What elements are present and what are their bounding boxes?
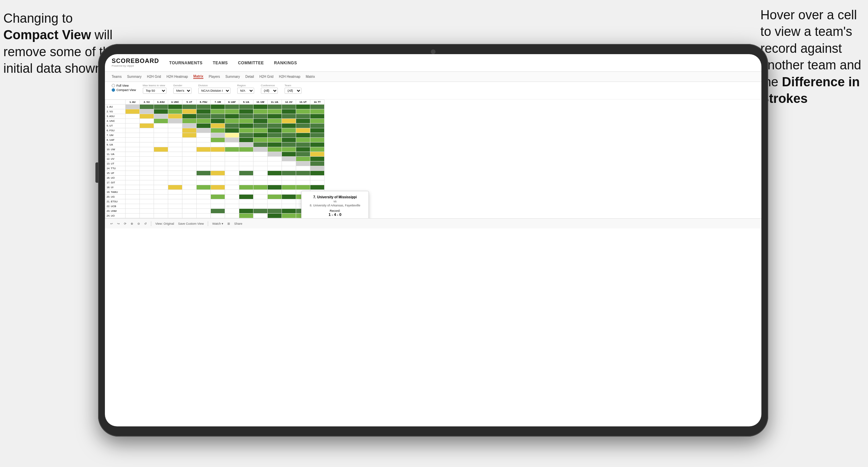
matrix-cell-23-2[interactable] <box>154 214 168 218</box>
matrix-cell-23-10[interactable] <box>268 214 282 218</box>
matrix-cell-0-7[interactable] <box>225 105 239 109</box>
matrix-cell-17-2[interactable] <box>154 185 168 190</box>
matrix-cell-13-9[interactable] <box>253 166 268 171</box>
matrix-cell-18-10[interactable] <box>268 190 282 195</box>
matrix-cell-0-1[interactable] <box>140 105 154 109</box>
matrix-cell-5-6[interactable] <box>211 128 225 133</box>
matrix-cell-17-13[interactable] <box>310 185 325 190</box>
matrix-cell-7-4[interactable] <box>182 138 197 142</box>
matrix-cell-2-1[interactable] <box>140 114 154 119</box>
matrix-cell-20-6[interactable] <box>211 199 225 204</box>
matrix-cell-2-5[interactable] <box>197 114 211 119</box>
matrix-cell-18-6[interactable] <box>211 190 225 195</box>
matrix-cell-3-12[interactable] <box>296 119 310 124</box>
matrix-cell-3-0[interactable] <box>126 119 140 124</box>
matrix-cell-8-2[interactable] <box>154 142 168 147</box>
matrix-cell-18-2[interactable] <box>154 190 168 195</box>
matrix-cell-4-0[interactable] <box>126 124 140 128</box>
matrix-cell-22-0[interactable] <box>126 209 140 214</box>
matrix-cell-18-1[interactable] <box>140 190 154 195</box>
matrix-cell-15-11[interactable] <box>282 176 296 180</box>
matrix-cell-9-8[interactable] <box>239 147 253 152</box>
matrix-cell-6-7[interactable] <box>225 133 239 138</box>
matrix-cell-1-0[interactable] <box>126 109 140 114</box>
matrix-cell-10-5[interactable] <box>197 152 211 157</box>
matrix-cell-0-4[interactable] <box>182 105 197 109</box>
matrix-cell-4-6[interactable] <box>211 124 225 128</box>
matrix-cell-0-3[interactable] <box>168 105 182 109</box>
matrix-cell-16-7[interactable] <box>225 180 239 185</box>
matrix-cell-5-0[interactable] <box>126 128 140 133</box>
matrix-cell-2-10[interactable] <box>268 114 282 119</box>
matrix-cell-11-4[interactable] <box>182 157 197 161</box>
matrix-cell-11-6[interactable] <box>211 157 225 161</box>
matrix-cell-8-10[interactable] <box>268 142 282 147</box>
matrix-cell-12-13[interactable] <box>310 161 325 166</box>
matrix-cell-13-7[interactable] <box>225 166 239 171</box>
matrix-cell-16-6[interactable] <box>211 180 225 185</box>
matrix-cell-16-4[interactable] <box>182 180 197 185</box>
matrix-cell-6-4[interactable] <box>182 133 197 138</box>
matrix-cell-9-0[interactable] <box>126 147 140 152</box>
toolbar-refresh[interactable]: ⟳ <box>124 222 127 225</box>
matrix-cell-12-4[interactable] <box>182 161 197 166</box>
matrix-cell-17-1[interactable] <box>140 185 154 190</box>
matrix-cell-8-5[interactable] <box>197 142 211 147</box>
matrix-cell-13-2[interactable] <box>154 166 168 171</box>
matrix-cell-4-5[interactable] <box>197 124 211 128</box>
matrix-cell-22-1[interactable] <box>140 209 154 214</box>
matrix-cell-6-2[interactable] <box>154 133 168 138</box>
matrix-cell-10-13[interactable] <box>310 152 325 157</box>
matrix-cell-3-13[interactable] <box>310 119 325 124</box>
matrix-cell-9-13[interactable] <box>310 147 325 152</box>
matrix-cell-18-9[interactable] <box>253 190 268 195</box>
matrix-cell-22-9[interactable] <box>253 209 268 214</box>
matrix-cell-0-11[interactable] <box>282 105 296 109</box>
matrix-cell-4-8[interactable] <box>239 124 253 128</box>
matrix-cell-7-11[interactable] <box>282 138 296 142</box>
matrix-cell-1-13[interactable] <box>310 109 325 114</box>
matrix-cell-7-2[interactable] <box>154 138 168 142</box>
toolbar-view-original[interactable]: View: Original <box>155 222 174 225</box>
matrix-cell-13-8[interactable] <box>239 166 253 171</box>
matrix-cell-12-12[interactable] <box>296 161 310 166</box>
matrix-cell-14-5[interactable] <box>197 171 211 176</box>
matrix-cell-5-4[interactable] <box>182 128 197 133</box>
matrix-cell-15-6[interactable] <box>211 176 225 180</box>
matrix-cell-6-0[interactable] <box>126 133 140 138</box>
matrix-cell-1-5[interactable] <box>197 109 211 114</box>
matrix-cell-21-10[interactable] <box>268 204 282 209</box>
matrix-cell-12-5[interactable] <box>197 161 211 166</box>
matrix-cell-5-3[interactable] <box>168 128 182 133</box>
nav-rankings[interactable]: RANKINGS <box>274 61 297 65</box>
matrix-cell-1-6[interactable] <box>211 109 225 114</box>
matrix-cell-1-7[interactable] <box>225 109 239 114</box>
nav-tournaments[interactable]: TOURNAMENTS <box>169 61 203 65</box>
matrix-cell-2-8[interactable] <box>239 114 253 119</box>
matrix-cell-9-1[interactable] <box>140 147 154 152</box>
matrix-cell-16-12[interactable] <box>296 180 310 185</box>
matrix-cell-2-6[interactable] <box>211 114 225 119</box>
matrix-cell-22-4[interactable] <box>182 209 197 214</box>
matrix-cell-22-6[interactable] <box>211 209 225 214</box>
matrix-cell-3-7[interactable] <box>225 119 239 124</box>
full-view-radio[interactable] <box>112 84 115 87</box>
matrix-cell-23-6[interactable] <box>211 214 225 218</box>
matrix-cell-4-4[interactable] <box>182 124 197 128</box>
matrix-cell-5-7[interactable] <box>225 128 239 133</box>
matrix-cell-0-10[interactable] <box>268 105 282 109</box>
matrix-cell-4-1[interactable] <box>140 124 154 128</box>
filter-max-teams-select[interactable]: Top 50 <box>143 88 166 94</box>
matrix-cell-5-10[interactable] <box>268 128 282 133</box>
matrix-cell-14-4[interactable] <box>182 171 197 176</box>
matrix-cell-9-2[interactable] <box>154 147 168 152</box>
subnav-h2h-grid1[interactable]: H2H Grid <box>147 75 161 79</box>
matrix-cell-5-2[interactable] <box>154 128 168 133</box>
compact-view-radio[interactable] <box>112 88 115 92</box>
matrix-cell-0-2[interactable] <box>154 105 168 109</box>
matrix-cell-19-4[interactable] <box>182 195 197 199</box>
matrix-cell-15-13[interactable] <box>310 176 325 180</box>
matrix-cell-6-6[interactable] <box>211 133 225 138</box>
matrix-cell-15-0[interactable] <box>126 176 140 180</box>
matrix-cell-15-2[interactable] <box>154 176 168 180</box>
